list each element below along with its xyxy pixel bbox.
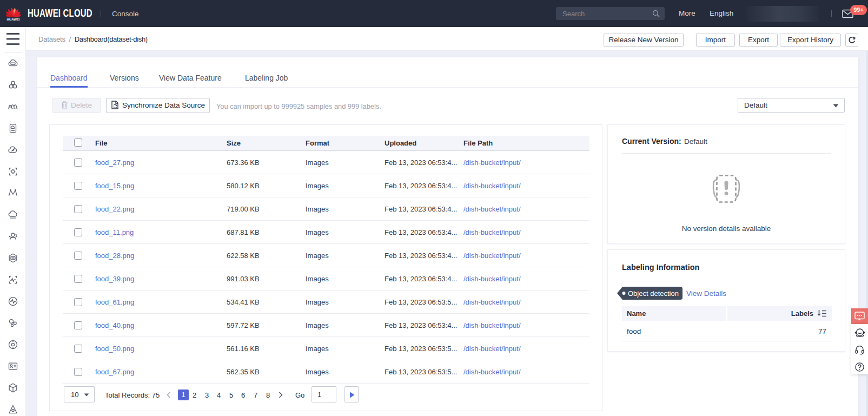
svg-text:HUAWEI: HUAWEI bbox=[7, 18, 20, 21]
svg-text:Object detection: Object detection bbox=[628, 289, 679, 298]
